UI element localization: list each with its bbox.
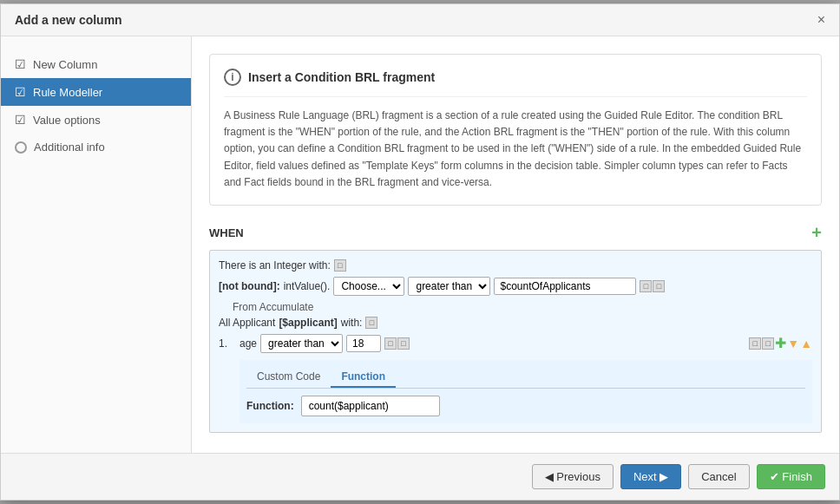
- sidebar-item-new-column[interactable]: ☑ New Column: [1, 50, 191, 78]
- function-input[interactable]: [301, 396, 440, 416]
- tab-function[interactable]: Function: [331, 367, 396, 388]
- info-icon: i: [224, 69, 241, 86]
- when-section: WHEN + There is an Integer with: □ [not …: [209, 223, 822, 433]
- add-column-dialog: Add a new column × ☑ New Column ☑ Rule M…: [0, 3, 840, 501]
- choose-select[interactable]: Choose...: [333, 277, 404, 296]
- numbered-row-1: 1. age greater than □ □: [219, 334, 812, 423]
- delete-small-btn-5[interactable]: □: [762, 337, 774, 350]
- move-up-icon[interactable]: ▲: [800, 337, 812, 350]
- circle-icon: [15, 141, 27, 154]
- dialog-footer: ◀ Previous Next ▶ Cancel ✔ Finish: [1, 453, 839, 500]
- operator-select[interactable]: greater than: [408, 277, 490, 296]
- with-label: with:: [341, 317, 363, 329]
- sidebar-item-label: New Column: [33, 58, 97, 71]
- small-btns-group: □: [334, 259, 346, 272]
- small-btns-5: □ □ ✚ ▼ ▲: [749, 335, 812, 351]
- add-row-icon[interactable]: ✚: [775, 335, 786, 351]
- tab-custom-code[interactable]: Custom Code: [246, 367, 331, 388]
- row-content: age greater than □ □ □: [240, 334, 812, 423]
- tab-row: Custom Code Function: [246, 367, 805, 389]
- when-label: WHEN +: [209, 223, 822, 243]
- row-main: age greater than □ □ □: [240, 334, 812, 353]
- all-applicant-row: All Applicant [$applicant] with: □: [219, 317, 812, 329]
- small-btns-3: □: [365, 317, 377, 329]
- sidebar: ☑ New Column ☑ Rule Modeller ☑ Value opt…: [1, 36, 192, 453]
- edit-small-btn[interactable]: □: [640, 280, 652, 292]
- applicant-bound-label: [$applicant]: [279, 317, 337, 329]
- age-label: age: [240, 337, 257, 350]
- sidebar-item-label: Value options: [33, 114, 101, 127]
- dialog-header: Add a new column ×: [1, 4, 839, 36]
- info-box: i Insert a Condition BRL fragment A Busi…: [209, 54, 822, 206]
- sidebar-item-label: Additional info: [34, 141, 105, 154]
- add-condition-button[interactable]: +: [811, 223, 822, 243]
- function-label: Function:: [246, 400, 294, 412]
- small-btns-2: □ □: [640, 280, 665, 292]
- delete-small-btn-3[interactable]: □: [365, 317, 377, 329]
- info-box-title: Insert a Condition BRL fragment: [248, 70, 435, 84]
- dialog-title: Add a new column: [15, 13, 122, 27]
- info-box-header: i Insert a Condition BRL fragment: [224, 69, 807, 97]
- check-icon: ☑: [15, 57, 26, 71]
- intvalue-label: intValue().: [284, 280, 331, 292]
- not-bound-label: [not bound]:: [219, 280, 280, 292]
- row-number: 1.: [219, 334, 233, 350]
- check-icon: ☑: [15, 113, 26, 127]
- delete-small-btn-2[interactable]: □: [653, 280, 665, 292]
- condition-prefix: There is an Integer with:: [219, 259, 331, 272]
- from-accumulate: From Accumulate: [219, 301, 812, 313]
- check-icon: ☑: [15, 85, 26, 99]
- when-content: There is an Integer with: □ [not bound]:…: [209, 250, 822, 433]
- edit-small-btn-3[interactable]: □: [749, 337, 761, 350]
- sidebar-item-value-options[interactable]: ☑ Value options: [1, 106, 191, 134]
- sidebar-item-additional-info[interactable]: Additional info: [1, 134, 191, 160]
- finish-button[interactable]: ✔ Finish: [757, 464, 825, 489]
- edit-small-btn-2[interactable]: □: [384, 337, 397, 350]
- condition-row-2: [not bound]: intValue(). Choose... great…: [219, 277, 812, 296]
- age-operator-select[interactable]: greater than: [260, 334, 343, 353]
- all-applicant-label: All Applicant: [219, 317, 275, 329]
- delete-small-btn-4[interactable]: □: [397, 337, 410, 350]
- main-content: i Insert a Condition BRL fragment A Busi…: [192, 36, 839, 453]
- next-button[interactable]: Next ▶: [620, 464, 681, 489]
- condition-row-1: There is an Integer with: □: [219, 259, 812, 272]
- previous-button[interactable]: ◀ Previous: [532, 464, 614, 489]
- small-btns-4: □ □: [384, 337, 410, 350]
- move-down-icon[interactable]: ▼: [787, 337, 799, 350]
- dialog-body: ☑ New Column ☑ Rule Modeller ☑ Value opt…: [1, 36, 839, 453]
- sidebar-item-label: Rule Modeller: [33, 86, 102, 99]
- cancel-button[interactable]: Cancel: [688, 464, 749, 489]
- delete-small-btn[interactable]: □: [334, 259, 346, 272]
- info-box-text: A Business Rule Language (BRL) fragment …: [224, 108, 807, 191]
- custom-code-section: Custom Code Function Function:: [240, 360, 812, 423]
- sidebar-item-rule-modeller[interactable]: ☑ Rule Modeller: [1, 78, 191, 106]
- function-row: Function:: [246, 396, 805, 416]
- age-value-input[interactable]: [346, 335, 381, 352]
- close-button[interactable]: ×: [817, 13, 825, 27]
- value-input[interactable]: [494, 278, 636, 295]
